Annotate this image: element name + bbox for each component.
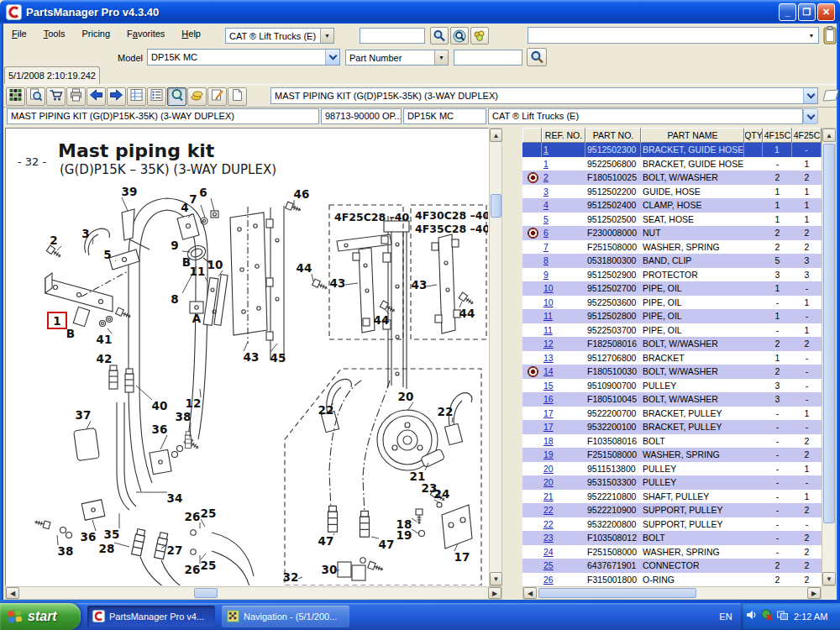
chevron-down-icon[interactable] <box>803 88 817 103</box>
column-header-QTY[interactable]: QTY <box>744 128 763 143</box>
table-row[interactable]: 119512502800PIPE, OIL1- <box>522 309 822 323</box>
ref-no-link[interactable]: 6 <box>543 228 549 238</box>
chevron-down-icon[interactable] <box>325 50 339 65</box>
diagram-callout-32[interactable]: 32 <box>283 570 299 584</box>
list-view-button[interactable] <box>147 87 166 106</box>
table-row[interactable]: 159510900700PULLEY3- <box>522 379 822 393</box>
ref-no-link[interactable]: 20 <box>543 464 554 474</box>
table-row[interactable]: 19522506800BRACKET, GUIDE HOSE-1 <box>522 157 822 171</box>
table-row[interactable]: 49512502400CLAMP, HOSE11 <box>522 198 822 213</box>
table-row[interactable]: 179532200100BRACKET, PULLEY-- <box>522 420 822 434</box>
table-row[interactable]: 256437671901CONNECTOR22 <box>522 559 822 573</box>
diagram-callout-3[interactable]: 3 <box>81 227 89 240</box>
table-row[interactable]: 229532200800SUPPORT, PULLEY-- <box>522 517 822 532</box>
diagram-callout-44[interactable]: 44 <box>374 313 390 327</box>
zoom-selection-button[interactable] <box>167 87 186 106</box>
diagram-callout-2[interactable]: 2 <box>50 234 57 247</box>
scroll-down-icon[interactable]: ▼ <box>490 572 502 585</box>
ref-no-link[interactable]: 23 <box>543 533 554 543</box>
ref-no-link[interactable]: 19 <box>543 449 554 459</box>
diagram-callout-22[interactable]: 22 <box>318 403 334 417</box>
table-row[interactable]: 7F251508000WASHER, SPRING22 <box>522 240 822 255</box>
diagram-callout-19[interactable]: 19 <box>396 528 412 542</box>
diagram-callout-10[interactable]: 10 <box>207 258 223 271</box>
model-combo[interactable]: DP15K MC <box>147 49 340 66</box>
table-row[interactable]: 219522210800SHAFT, PULLEY-1 <box>522 490 822 504</box>
diagram-hscroll-thumb[interactable] <box>194 588 218 598</box>
ref-no-link[interactable]: 26 <box>543 575 554 585</box>
diagram-callout-12[interactable]: 12 <box>186 396 202 410</box>
table-row[interactable]: 59512502500SEAT, HOSE11 <box>522 213 822 227</box>
scroll-right-icon[interactable]: ▶ <box>488 587 501 599</box>
start-button[interactable]: start <box>0 603 81 630</box>
volume-icon[interactable] <box>746 609 758 624</box>
table-row[interactable]: 16F180510045BOLT, W/WASHER3- <box>522 392 822 407</box>
ref-no-link[interactable]: 8 <box>543 255 549 265</box>
ref-no-link[interactable]: 17 <box>543 408 554 418</box>
column-header-icon[interactable] <box>522 128 542 143</box>
column-header-PART NO.[interactable]: PART NO. <box>585 128 641 143</box>
table-vscroll-thumb[interactable] <box>823 144 835 523</box>
diagram-callout-11[interactable]: 11 <box>190 265 206 278</box>
diagram-callout-5[interactable]: 5 <box>103 248 111 261</box>
title-bar[interactable]: PartsManager Pro v4.3.40 _ ❐ ✕ <box>0 0 840 24</box>
scroll-left-icon[interactable]: ◀ <box>6 587 19 599</box>
ref-no-link[interactable]: 24 <box>543 547 554 557</box>
table-row[interactable]: 119522503700PIPE, OIL-1 <box>522 323 822 338</box>
search-button[interactable] <box>430 27 449 45</box>
table-row[interactable]: 99512502900PROTECTOR33 <box>522 268 822 282</box>
diagram-callout-25[interactable]: 25 <box>201 559 217 572</box>
report-view-button[interactable] <box>127 87 146 106</box>
taskbar-task-2[interactable]: Navigation - (5/1/200... <box>222 606 349 627</box>
column-header-REF. NO.[interactable]: REF. NO. <box>542 128 585 143</box>
ref-no-link[interactable]: 3 <box>543 186 549 197</box>
diagram-panel[interactable]: 4F25C28 –404F30C28 –404F35C28 –403967446… <box>5 128 489 586</box>
table-row[interactable]: 23F103508012BOLT-2 <box>522 531 822 545</box>
diagram-callout-1[interactable]: 1 <box>53 314 60 328</box>
column-header-4F15C[interactable]: 4F15C <box>763 128 792 143</box>
ref-no-link[interactable]: 13 <box>543 353 554 363</box>
table-row[interactable]: 109512502700PIPE, OIL1- <box>522 281 822 296</box>
search-document-button[interactable] <box>26 87 45 106</box>
diagram-callout-38[interactable]: 38 <box>176 410 192 423</box>
part-number-input[interactable] <box>454 50 522 66</box>
menu-item-file[interactable]: File <box>3 24 35 43</box>
catalog-combo[interactable]: CAT ® Lift Trucks (E) <box>225 28 334 44</box>
diagram-callout-36[interactable]: 36 <box>152 423 168 436</box>
diagram-vertical-scrollbar[interactable]: ▲ ▼ <box>489 128 502 586</box>
table-row[interactable]: 109522503600PIPE, OIL-1 <box>522 296 822 310</box>
ref-no-link[interactable]: 15 <box>543 381 554 391</box>
table-row[interactable]: 18F103508016BOLT-2 <box>522 434 822 449</box>
diagram-callout-41[interactable]: 41 <box>97 333 113 346</box>
diagram-callout-42[interactable]: 42 <box>97 352 113 365</box>
ref-no-link[interactable]: 5 <box>543 214 549 224</box>
diagram-horizontal-scrollbar[interactable]: ◀ ▶ <box>5 586 502 600</box>
sheet-icon[interactable] <box>822 88 840 107</box>
table-row[interactable]: 26F315001800O-RING22 <box>522 573 822 587</box>
table-row[interactable]: 2F180510025BOLT, W/WASHER22 <box>522 171 822 185</box>
ref-no-link[interactable]: 22 <box>543 519 554 529</box>
diagram-callout-27[interactable]: 27 <box>167 543 183 557</box>
diagram-vscroll-thumb[interactable] <box>491 194 501 218</box>
part-search-button[interactable] <box>527 48 547 66</box>
table-row[interactable]: 19512502300BRACKET, GUIDE HOSE1- <box>522 143 822 157</box>
dropdown-arrow-icon[interactable] <box>434 50 448 65</box>
ref-no-link[interactable]: 16 <box>543 394 554 404</box>
column-header-PART NAME[interactable]: PART NAME <box>641 128 744 143</box>
diagram-callout-26[interactable]: 26 <box>185 563 201 576</box>
scroll-right-icon[interactable]: ▶ <box>807 587 821 599</box>
ref-no-link[interactable]: 2 <box>543 172 549 182</box>
diagram-callout-8[interactable]: 8 <box>171 292 178 306</box>
table-row[interactable]: 39512502200GUIDE, HOSE11 <box>522 185 822 199</box>
ref-no-link[interactable]: 10 <box>543 283 554 293</box>
menu-item-tools[interactable]: Tools <box>35 24 74 43</box>
diagram-callout-43[interactable]: 43 <box>244 350 260 364</box>
diagram-callout-9[interactable]: 9 <box>171 239 178 252</box>
diagram-callout-44[interactable]: 44 <box>459 307 475 320</box>
parts-grid-button[interactable] <box>6 87 25 106</box>
blank-page-button[interactable] <box>228 87 247 106</box>
diagram-callout-26[interactable]: 26 <box>185 510 201 523</box>
ref-no-link[interactable]: 25 <box>543 560 554 570</box>
diagram-callout-40[interactable]: 40 <box>152 399 168 412</box>
ref-no-link[interactable]: 22 <box>543 505 554 515</box>
